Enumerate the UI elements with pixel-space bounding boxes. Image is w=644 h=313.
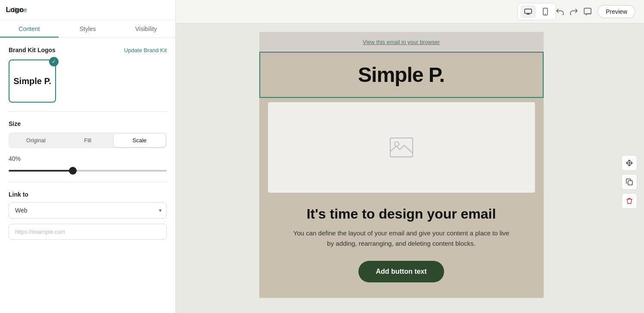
brand-kit-header: Brand Kit Logos Update Brand Kit [9, 47, 167, 53]
email-body-block: It's time to design your email You can d… [259, 193, 544, 298]
svg-point-2 [545, 13, 546, 14]
copy-button[interactable] [622, 174, 637, 190]
panel-content: Brand Kit Logos Update Brand Kit Simple … [0, 38, 175, 313]
email-headline: It's time to design your email [270, 206, 533, 222]
move-button[interactable] [622, 155, 637, 171]
preview-button[interactable]: Preview [597, 5, 635, 18]
percent-row: 40% [9, 155, 167, 162]
email-top-bar: View this email in your browser [259, 32, 544, 52]
redo-button[interactable] [570, 8, 578, 15]
view-in-browser-link[interactable]: View this email in your browser [363, 39, 440, 45]
svg-rect-0 [525, 9, 532, 13]
size-label: Size [9, 120, 167, 127]
tab-content[interactable]: Content [0, 20, 59, 38]
link-label: Link to [9, 191, 167, 198]
desktop-view-button[interactable] [520, 5, 536, 18]
svg-rect-3 [584, 8, 591, 14]
logo-grid: Simple P. ✓ [9, 59, 167, 103]
email-container: View this email in your browser Simple P… [259, 32, 544, 304]
email-body-text: You can define the layout of your email … [289, 228, 513, 249]
image-placeholder[interactable] [268, 102, 535, 193]
cta-button[interactable]: Add button text [358, 261, 444, 282]
top-bar: ‹ Done Logo [0, 0, 175, 20]
size-toggle: Original Fill Scale [9, 132, 167, 148]
tab-visibility[interactable]: Visibility [117, 20, 175, 38]
logo-card-text: Simple P. [13, 76, 51, 86]
svg-rect-6 [628, 181, 632, 185]
side-actions [622, 155, 637, 209]
logo-card[interactable]: Simple P. ✓ [9, 59, 56, 103]
tabs-bar: Content Styles Visibility [0, 20, 175, 38]
size-option-original[interactable]: Original [10, 134, 62, 147]
image-icon [390, 138, 413, 157]
delete-button[interactable] [622, 193, 637, 209]
left-panel: ‹ Done Logo Content Styles Visibility Br… [0, 0, 176, 313]
selected-checkmark: ✓ [49, 57, 59, 66]
canvas-area: View this email in your browser Simple P… [176, 23, 644, 313]
svg-point-5 [395, 142, 399, 146]
link-select-wrapper: Web Email Phone None ▾ [9, 202, 167, 219]
divider-2 [9, 182, 167, 182]
tab-styles[interactable]: Styles [59, 20, 117, 38]
toolbar: Preview [176, 0, 644, 23]
size-option-fill[interactable]: Fill [62, 134, 113, 147]
divider-1 [9, 111, 167, 112]
email-logo-block[interactable]: Simple P. [259, 52, 544, 98]
size-slider[interactable] [9, 170, 167, 172]
device-switcher [517, 3, 556, 20]
toolbar-right: Preview [556, 5, 635, 18]
update-brand-kit-link[interactable]: Update Brand Kit [124, 47, 167, 53]
percent-value: 40% [9, 155, 24, 162]
comments-button[interactable] [584, 8, 591, 16]
undo-button[interactable] [556, 8, 564, 15]
main-area: Preview View this email in your browser … [176, 0, 644, 313]
panel-title: Logo [6, 6, 24, 14]
link-type-select[interactable]: Web Email Phone None [9, 202, 167, 219]
size-option-scale[interactable]: Scale [114, 134, 165, 147]
brand-kit-title: Brand Kit Logos [9, 47, 56, 53]
mobile-view-button[interactable] [538, 5, 553, 18]
url-input[interactable] [9, 224, 167, 240]
email-logo-text: Simple P. [358, 63, 445, 86]
email-image-block [259, 98, 544, 193]
slider-wrapper [9, 166, 167, 173]
